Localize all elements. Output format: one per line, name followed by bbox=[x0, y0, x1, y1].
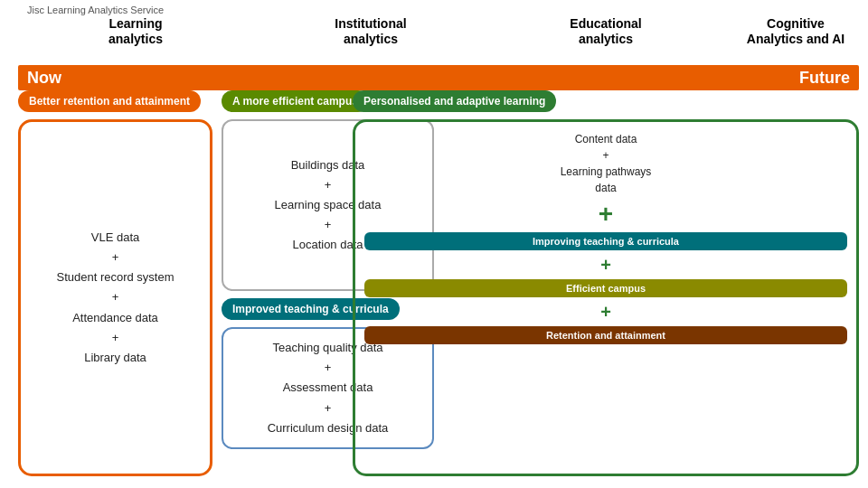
badge-improving-teaching: Improving teaching & curricula bbox=[364, 232, 847, 250]
badge-personalised: Personalised and adaptive learning bbox=[353, 90, 556, 112]
timeline-bar: Now Future bbox=[18, 65, 859, 90]
header-col3-line2: analytics bbox=[497, 32, 714, 47]
col-learning: Better retention and attainment VLE data… bbox=[18, 90, 212, 479]
plus-icon-1: + bbox=[599, 202, 613, 227]
content-area: Better retention and attainment VLE data… bbox=[18, 90, 859, 479]
header-col2-line2: analytics bbox=[262, 32, 479, 47]
badge-retention-attainment: Retention and attainment bbox=[364, 326, 847, 344]
badge-retention: Better retention and attainment bbox=[18, 90, 201, 112]
header-col4-line2: Analytics and AI bbox=[723, 32, 868, 47]
column-headers: Learning analytics Institutional analyti… bbox=[0, 16, 868, 47]
service-label: Jisc Learning Analytics Service bbox=[27, 5, 164, 15]
cognitive-data-top: Content data+Learning pathwaysdata bbox=[561, 131, 652, 196]
learning-data-box: VLE data+Student record system+Attendanc… bbox=[18, 119, 212, 476]
header-col1: Learning analytics bbox=[27, 16, 244, 47]
cognitive-box: Content data+Learning pathwaysdata + Imp… bbox=[353, 119, 859, 476]
header-col1-line2: analytics bbox=[27, 32, 244, 47]
plus-icon-3: + bbox=[600, 303, 611, 321]
header-col4: Cognitive Analytics and AI bbox=[723, 16, 868, 47]
plus-icon-2: + bbox=[600, 256, 611, 274]
header-col3: Educational analytics bbox=[497, 16, 714, 47]
header-col1-line1: Learning bbox=[27, 16, 244, 32]
header-col3-line1: Educational bbox=[497, 16, 714, 32]
header-col2-line1: Institutional bbox=[262, 16, 479, 32]
header-col2: Institutional analytics bbox=[262, 16, 479, 47]
badge-efficient-campus-cog: Efficient campus bbox=[364, 279, 847, 297]
header-col4-line1: Cognitive bbox=[723, 16, 868, 32]
timeline-now: Now bbox=[27, 69, 61, 88]
learning-data-text: VLE data+Student record system+Attendanc… bbox=[56, 228, 174, 368]
timeline-future: Future bbox=[799, 69, 850, 88]
col-cognitive: Personalised and adaptive learning Conte… bbox=[353, 90, 859, 479]
badge-efficient-campus: A more efficient campus bbox=[222, 90, 369, 112]
